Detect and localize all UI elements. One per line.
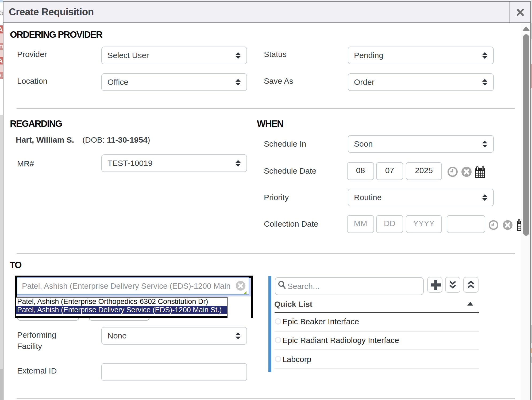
divider xyxy=(17,253,515,254)
backdrop-right-gray1 xyxy=(531,23,532,39)
suggestion-item-selected[interactable]: Patel, Ashish (Enterprise Delivery Servi… xyxy=(16,306,227,314)
backdrop-right-gray2 xyxy=(531,325,532,343)
recipient-search-input[interactable]: Patel, Ashish (Enterprise Delivery Servi… xyxy=(17,277,249,295)
recipient-input-text: Patel, Ashish (Enterprise Delivery Servi… xyxy=(22,278,230,294)
radio-icon[interactable] xyxy=(275,356,281,362)
location-label: Location xyxy=(17,77,47,86)
schedule-in-select[interactable]: Soon xyxy=(348,135,494,153)
dob-suffix: ) xyxy=(148,135,150,144)
quick-list-heading: Quick List xyxy=(274,300,313,309)
provider-label: Provider xyxy=(17,50,47,59)
quick-list-separator xyxy=(275,368,479,369)
schedule-date-clear-icon[interactable] xyxy=(461,167,472,177)
backdrop-left-red1: A xyxy=(0,25,3,33)
mr-label: MR# xyxy=(17,159,34,168)
quick-list-item[interactable]: Epic Beaker Interface xyxy=(275,315,479,333)
performing-facility-select-value: None xyxy=(107,327,127,344)
when-heading: WHEN xyxy=(257,119,283,129)
backdrop-left-gray1 xyxy=(0,115,3,369)
backdrop-left-red2: A xyxy=(0,57,3,64)
create-requisition-dialog: Create Requisition ORDERING PROVIDER Pro… xyxy=(3,1,531,400)
close-button[interactable] xyxy=(509,2,530,22)
backdrop-text-fragment: A xyxy=(0,57,3,64)
schedule-date-time-icon[interactable] xyxy=(448,167,458,177)
expand-all-button[interactable] xyxy=(445,277,460,293)
radio-icon[interactable] xyxy=(275,337,281,343)
backdrop-left-pink3 xyxy=(0,64,3,72)
collection-date-year-input[interactable]: YYYY xyxy=(406,215,442,233)
quick-list-separator xyxy=(275,349,479,350)
collection-date-clear-icon[interactable] xyxy=(503,220,512,230)
close-icon xyxy=(517,9,524,16)
suggestion-item[interactable]: Patel, Ashish (Enterprise Orthopedics-63… xyxy=(16,298,227,306)
backdrop-left-rose2: s. xyxy=(0,72,3,79)
collection-date-day-input[interactable]: DD xyxy=(376,215,403,233)
collection-date-label: Collection Date xyxy=(264,219,318,228)
dob-value: 11-30-1954 xyxy=(107,135,148,144)
patient-name: Hart, William S. xyxy=(16,135,74,144)
modal-scrollbar-thumb[interactable] xyxy=(523,34,529,236)
backdrop-right-orange xyxy=(531,348,532,353)
modal-scrollbar-track[interactable] xyxy=(521,24,530,400)
backdrop-text-fragment: s. xyxy=(0,72,3,78)
dialog-header: Create Requisition xyxy=(3,2,530,23)
priority-select[interactable]: Routine xyxy=(348,189,494,206)
status-label: Status xyxy=(264,50,287,59)
schedule-in-label: Schedule In xyxy=(264,139,306,148)
chevron-double-down-icon xyxy=(449,281,456,289)
focus-ring-white-area xyxy=(228,296,251,318)
schedule-date-year-input[interactable]: 2025 xyxy=(406,162,442,180)
backdrop-left-white1 xyxy=(0,2,3,10)
priority-label: Priority xyxy=(264,193,289,202)
backdrop-text-fragment: A xyxy=(0,26,3,33)
save-as-label: Save As xyxy=(264,77,293,86)
schedule-date-day-input[interactable]: 07 xyxy=(376,162,403,180)
backdrop-left-blue xyxy=(0,0,3,2)
save-as-select-value: Order xyxy=(354,74,375,90)
mr-select[interactable]: TEST-10019 xyxy=(101,154,247,172)
ordering-provider-heading: ORDERING PROVIDER xyxy=(10,29,102,40)
external-id-input[interactable] xyxy=(101,363,247,381)
add-recipient-button[interactable] xyxy=(427,277,442,293)
priority-select-value: Routine xyxy=(354,189,381,206)
plus-icon xyxy=(431,280,441,290)
regarding-heading: REGARDING xyxy=(10,119,62,129)
dob-prefix: (DOB: xyxy=(82,135,107,144)
performing-facility-label: Performing Facility xyxy=(17,329,79,352)
directory-search-input[interactable]: Search... xyxy=(275,277,424,295)
status-select[interactable]: Pending xyxy=(348,47,494,64)
backdrop-left-white3 xyxy=(0,79,3,115)
patient-line: Hart, William S.(DOB: 11-30-1954) xyxy=(16,135,150,144)
backdrop-right-pink xyxy=(531,64,532,88)
radio-icon[interactable] xyxy=(275,318,281,325)
select-caret-icon xyxy=(236,79,241,86)
backdrop-text-fragment: ce xyxy=(0,10,3,16)
provider-select-value: Select User xyxy=(107,47,149,64)
recipient-combobox-focus-ring: Patel, Ashish (Enterprise Delivery Servi… xyxy=(15,276,253,318)
backdrop-left-rose1: m xyxy=(0,43,3,50)
schedule-date-calendar-icon[interactable] xyxy=(475,166,485,178)
quick-list-item-label: Epic Radiant Radiology Interface xyxy=(282,334,399,346)
external-id-label: External ID xyxy=(17,366,57,375)
clear-x-icon xyxy=(236,281,245,291)
divider xyxy=(17,108,515,109)
location-select[interactable]: Office xyxy=(101,73,247,91)
collection-date-time-input[interactable] xyxy=(447,215,485,233)
schedule-date-month-input[interactable]: 08 xyxy=(347,162,374,180)
recipient-clear-icon[interactable] xyxy=(236,281,245,291)
provider-select[interactable]: Select User xyxy=(101,47,247,64)
collapse-all-button[interactable] xyxy=(463,277,479,293)
collection-date-time-icon[interactable] xyxy=(489,220,498,230)
select-caret-icon xyxy=(482,141,487,147)
quick-list-item-label: Epic Beaker Interface xyxy=(282,315,359,328)
save-as-select[interactable]: Order xyxy=(348,73,494,91)
collection-date-month-input[interactable]: MM xyxy=(347,215,374,233)
backdrop-left-text: ce xyxy=(0,10,3,16)
performing-facility-select[interactable]: None xyxy=(101,327,247,345)
select-caret-icon xyxy=(236,160,241,167)
scroll-up-arrow-icon[interactable] xyxy=(523,26,530,31)
collapse-section-icon[interactable] xyxy=(467,302,473,306)
resize-grip-icon xyxy=(244,291,246,294)
divider xyxy=(17,398,515,399)
to-heading: TO xyxy=(10,260,21,270)
